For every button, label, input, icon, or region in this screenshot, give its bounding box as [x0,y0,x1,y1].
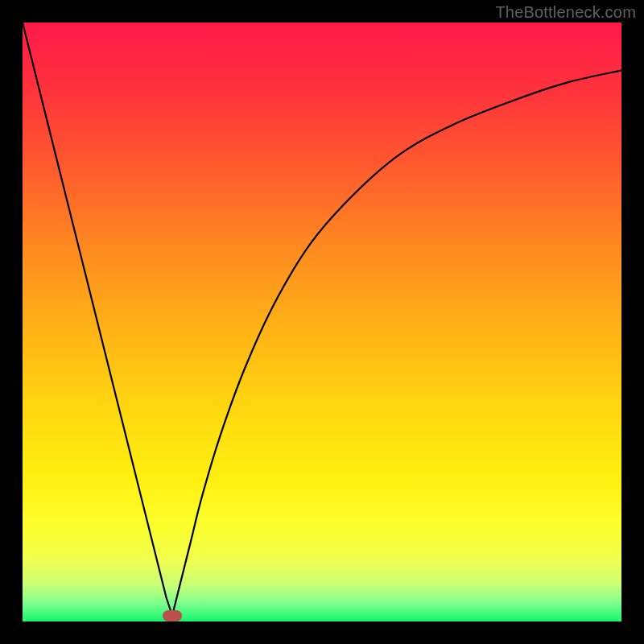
chart-frame: TheBottleneck.com [0,0,644,644]
plot-area [23,23,621,621]
optimum-marker [163,610,182,621]
bottleneck-curve [23,23,621,621]
watermark-text: TheBottleneck.com [495,3,636,22]
